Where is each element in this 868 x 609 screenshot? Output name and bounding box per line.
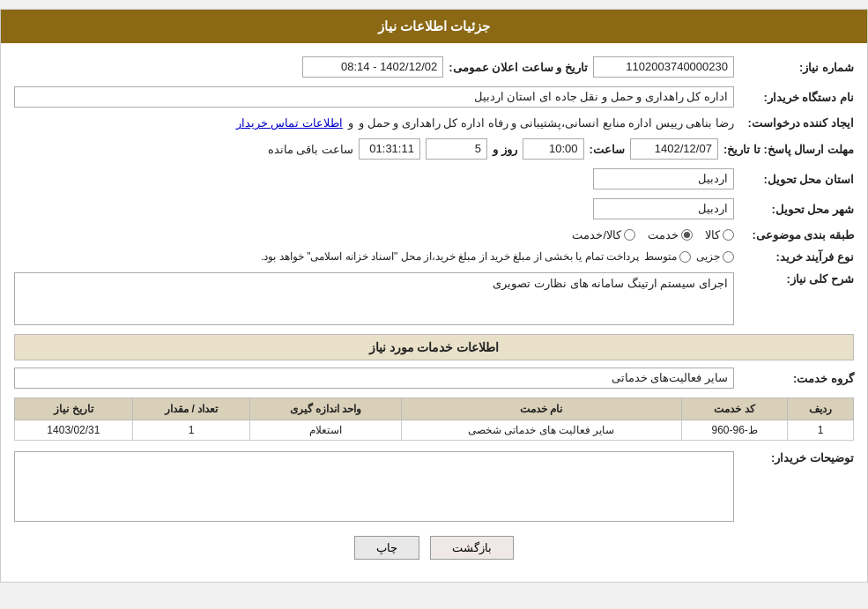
group-row: گروه خدمت: سایر فعالیت‌های خدماتی [14, 368, 854, 389]
buyer-notes-label: توضیحات خریدار: [739, 451, 854, 464]
group-value: سایر فعالیت‌های خدماتی [14, 368, 734, 389]
buyer-notes-wrapper [14, 451, 734, 522]
announce-date-label: تاریخ و ساعت اعلان عمومی: [449, 61, 588, 74]
process-partial-label: جزیی [696, 250, 720, 263]
description-value: اجرای سیستم ارتینگ سامانه های نظارت تصوی… [14, 272, 734, 325]
process-options-container: جزیی متوسط پرداخت تمام یا بخشی از مبلغ خ… [261, 250, 734, 263]
announce-date-value: 1402/12/02 - 08:14 [302, 56, 443, 78]
process-label: نوع فرآیند خرید: [739, 250, 854, 264]
request-number-row: شماره نیاز: 1102003740000230 تاریخ و ساع… [14, 56, 854, 78]
page-wrapper: جزئیات اطلاعات نیاز شماره نیاز: 11020037… [0, 9, 868, 583]
category-kala-label: کالا [705, 228, 720, 241]
category-option-kala: کالا [705, 228, 734, 241]
creator-link-separator: و [348, 116, 353, 130]
creator-row: ایجاد کننده درخواست: رضا بناهی رییس ادار… [14, 116, 854, 130]
deadline-remaining: 01:31:11 [359, 138, 420, 160]
cell-date: 1403/02/31 [15, 420, 133, 441]
category-khedmat-label: خدمت [648, 228, 679, 241]
process-option-medium: متوسط [644, 250, 691, 263]
category-option-kala-khedmat: کالا/خدمت [572, 228, 635, 241]
page-title: جزئیات اطلاعات نیاز [378, 19, 490, 33]
deadline-days: 5 [426, 138, 487, 160]
cell-qty: 1 [132, 420, 250, 441]
deadline-remaining-label: ساعت باقی مانده [268, 143, 353, 156]
col-unit: واحد اندازه گیری [250, 398, 401, 420]
content-area: شماره نیاز: 1102003740000230 تاریخ و ساع… [1, 43, 867, 582]
creator-value: رضا بناهی رییس اداره منابع انسانی،پشتیبا… [359, 116, 734, 130]
deadline-label: مهلت ارسال پاسخ: تا تاریخ: [723, 143, 854, 156]
buttons-row: بازگشت چاپ [14, 536, 854, 560]
org-name-value: اداره کل راهداری و حمل و نقل جاده ای است… [14, 86, 734, 108]
services-table: ردیف کد خدمت نام خدمت واحد اندازه گیری ت… [14, 397, 854, 441]
category-row: طبقه بندی موضوعی: کالا خدمت کالا/خدمت [14, 228, 854, 241]
category-label: طبقه بندی موضوعی: [739, 228, 854, 241]
radio-khedmat [681, 229, 693, 241]
table-header-row: ردیف کد خدمت نام خدمت واحد اندازه گیری ت… [15, 398, 854, 420]
cell-row: 1 [788, 420, 854, 441]
province-value: اردبیل [593, 168, 734, 189]
page-header: جزئیات اطلاعات نیاز [1, 10, 867, 43]
radio-kala-khedmat [624, 229, 635, 241]
buyer-notes-row: توضیحات خریدار: [14, 451, 854, 522]
description-wrapper: اجرای سیستم ارتینگ سامانه های نظارت تصوی… [14, 272, 734, 325]
radio-medium [679, 251, 691, 263]
city-row: شهر محل تحویل: اردبیل [14, 198, 854, 219]
process-radio-row: جزیی متوسط پرداخت تمام یا بخشی از مبلغ خ… [261, 250, 734, 263]
process-medium-label: متوسط [644, 250, 677, 263]
city-value: اردبیل [593, 198, 734, 219]
col-date: تاریخ نیاز [15, 398, 133, 420]
category-kala-khedmat-label: کالا/خدمت [572, 228, 621, 241]
back-button[interactable]: بازگشت [430, 536, 514, 560]
category-option-khedmat: خدمت [648, 228, 693, 241]
buyer-notes-value [14, 451, 734, 522]
col-code: کد خدمت [681, 398, 787, 420]
request-number-label: شماره نیاز: [739, 61, 854, 74]
deadline-days-label: روز و [493, 143, 517, 156]
cell-unit: استعلام [250, 420, 401, 441]
table-header: ردیف کد خدمت نام خدمت واحد اندازه گیری ت… [15, 398, 854, 420]
province-row: استان محل تحویل: اردبیل [14, 168, 854, 189]
print-button[interactable]: چاپ [354, 536, 419, 560]
deadline-date: 1402/12/07 [630, 138, 718, 160]
col-name: نام خدمت [401, 398, 681, 420]
group-label: گروه خدمت: [739, 372, 854, 385]
radio-kala [723, 229, 734, 241]
cell-name: سایر فعالیت های خدماتی شخصی [401, 420, 681, 441]
creator-label: ایجاد کننده درخواست: [739, 116, 854, 130]
cell-code: ط-96-960 [681, 420, 787, 441]
deadline-time: 10:00 [523, 138, 584, 160]
process-option-partial: جزیی [696, 250, 734, 263]
request-number-value: 1102003740000230 [593, 56, 734, 78]
col-row-num: ردیف [788, 398, 854, 420]
org-name-label: نام دستگاه خریدار: [739, 91, 854, 104]
org-name-row: نام دستگاه خریدار: اداره کل راهداری و حم… [14, 86, 854, 108]
col-qty: تعداد / مقدار [132, 398, 250, 420]
table-row: 1ط-96-960سایر فعالیت های خدماتی شخصیاستع… [15, 420, 854, 441]
province-label: استان محل تحویل: [739, 173, 854, 186]
radio-partial [723, 251, 734, 263]
description-row: شرح کلی نیاز: اجرای سیستم ارتینگ سامانه … [14, 272, 854, 325]
process-note: پرداخت تمام یا بخشی از مبلغ خرید از مبلغ… [261, 250, 639, 263]
services-section-header: اطلاعات خدمات مورد نیاز [14, 334, 854, 360]
deadline-time-label: ساعت: [590, 143, 625, 156]
category-radio-group: کالا خدمت کالا/خدمت [572, 228, 734, 241]
creator-link[interactable]: اطلاعات تماس خریدار [236, 116, 343, 130]
table-body: 1ط-96-960سایر فعالیت های خدماتی شخصیاستع… [15, 420, 854, 441]
city-label: شهر محل تحویل: [739, 203, 854, 216]
description-label: شرح کلی نیاز: [739, 272, 854, 286]
process-row: نوع فرآیند خرید: جزیی متوسط پرداخت تمام … [14, 250, 854, 264]
deadline-row: مهلت ارسال پاسخ: تا تاریخ: 1402/12/07 سا… [14, 138, 854, 160]
